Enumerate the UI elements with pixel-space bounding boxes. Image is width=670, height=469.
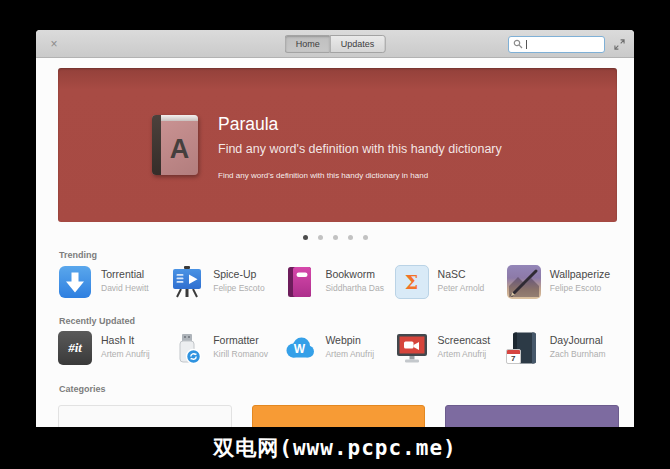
app-webpin[interactable]: W Webpin Artem Anufrij — [282, 331, 394, 365]
content-area: A Paraula Find any word's definition wit… — [36, 58, 634, 448]
app-name: Wallpaperize — [550, 268, 610, 280]
app-spice-up[interactable]: Spice-Up Felipe Escoto — [170, 265, 282, 299]
recently-updated-row: #it Hash It Artem Anufrij — [58, 331, 619, 365]
calendar-page: 7 — [506, 349, 521, 364]
view-switcher: Home Updates — [285, 35, 386, 53]
app-developer: David Hewitt — [101, 283, 149, 293]
presentation-icon — [170, 265, 204, 299]
watermark-band: 双电网(www.pcpc.me) — [0, 427, 670, 469]
tab-updates[interactable]: Updates — [330, 35, 386, 53]
screenshot-root: { "header": { "close": "×", "tabs": [ { … — [0, 0, 670, 469]
app-wallpaperize[interactable]: Wallpaperize Felipe Escoto — [507, 265, 619, 299]
tab-home[interactable]: Home — [285, 35, 330, 53]
watermark-text: 双电网(www.pcpc.me) — [213, 434, 456, 462]
app-name: DayJournal — [550, 334, 606, 346]
banner-summary: Find any word's definition with this han… — [218, 171, 502, 180]
carousel-dot-2[interactable] — [318, 235, 323, 240]
calendar-day: 7 — [507, 354, 520, 363]
section-title-trending: Trending — [59, 250, 97, 260]
app-developer: Kirill Romanov — [213, 349, 268, 359]
app-hash-it[interactable]: #it Hash It Artem Anufrij — [58, 331, 170, 365]
banner-tagline: Find any word's definition with this han… — [218, 142, 502, 156]
app-name: Formatter — [213, 334, 268, 346]
maximize-icon[interactable] — [614, 39, 625, 50]
featured-banner-paraula[interactable]: A Paraula Find any word's definition wit… — [58, 68, 617, 222]
trending-row: Torrential David Hewitt — [58, 265, 619, 299]
sigma-glyph: Σ — [405, 271, 418, 293]
down-arrow-icon — [58, 265, 92, 299]
carousel-dot-4[interactable] — [348, 235, 353, 240]
cloud-icon: W — [282, 331, 316, 365]
screen-record-icon — [395, 331, 429, 365]
app-developer: Siddhartha Das — [325, 283, 384, 293]
search-icon — [513, 39, 523, 49]
header-right — [508, 30, 625, 58]
app-developer: Peter Arnold — [438, 283, 485, 293]
app-name: Bookworm — [325, 268, 384, 280]
app-name: Webpin — [325, 334, 374, 346]
section-title-recently-updated: Recently Updated — [59, 316, 135, 326]
app-nasc[interactable]: Σ NaSC Peter Arnold — [395, 265, 507, 299]
app-name: Hash It — [101, 334, 150, 346]
text-caret — [526, 40, 527, 49]
app-name: Spice-Up — [213, 268, 265, 280]
journal-calendar-icon: 7 — [507, 331, 541, 365]
hash-icon: #it — [58, 331, 92, 365]
banner-text: Paraula Find any word's definition with … — [218, 114, 502, 180]
hash-glyph: #it — [68, 340, 82, 356]
app-torrential[interactable]: Torrential David Hewitt — [58, 265, 170, 299]
appcenter-window: × Home Updates A Paraula Fin — [36, 30, 634, 448]
icon-letter: A — [161, 123, 198, 175]
search-input[interactable] — [508, 36, 605, 53]
app-name: Screencast — [438, 334, 491, 346]
wallpaper-pen-icon — [507, 265, 541, 299]
carousel-dot-1[interactable] — [303, 235, 308, 240]
app-bookworm[interactable]: Bookworm Siddhartha Das — [282, 265, 394, 299]
app-developer: Artem Anufrij — [101, 349, 150, 359]
app-screencast[interactable]: Screencast Artem Anufrij — [395, 331, 507, 365]
w-glyph: W — [282, 342, 316, 356]
headerbar: × Home Updates — [36, 30, 634, 58]
app-developer: Zach Burnham — [550, 349, 606, 359]
carousel-dot-3[interactable] — [333, 235, 338, 240]
app-developer: Artem Anufrij — [438, 349, 491, 359]
close-button[interactable]: × — [46, 30, 62, 58]
app-developer: Felipe Escoto — [213, 283, 265, 293]
app-dayjournal[interactable]: 7 DayJournal Zach Burnham — [507, 331, 619, 365]
app-developer: Felipe Escoto — [550, 283, 610, 293]
sigma-icon: Σ — [395, 265, 429, 299]
carousel-dot-5[interactable] — [363, 235, 368, 240]
app-formatter[interactable]: Formatter Kirill Romanov — [170, 331, 282, 365]
carousel-dots — [36, 235, 634, 240]
section-title-categories: Categories — [59, 384, 106, 394]
book-icon — [282, 265, 316, 299]
app-name: NaSC — [438, 268, 485, 280]
banner-title: Paraula — [218, 114, 502, 135]
app-name: Torrential — [101, 268, 149, 280]
app-developer: Artem Anufrij — [325, 349, 374, 359]
paraula-dictionary-book-icon: A — [152, 115, 198, 175]
usb-drive-icon — [170, 331, 204, 365]
